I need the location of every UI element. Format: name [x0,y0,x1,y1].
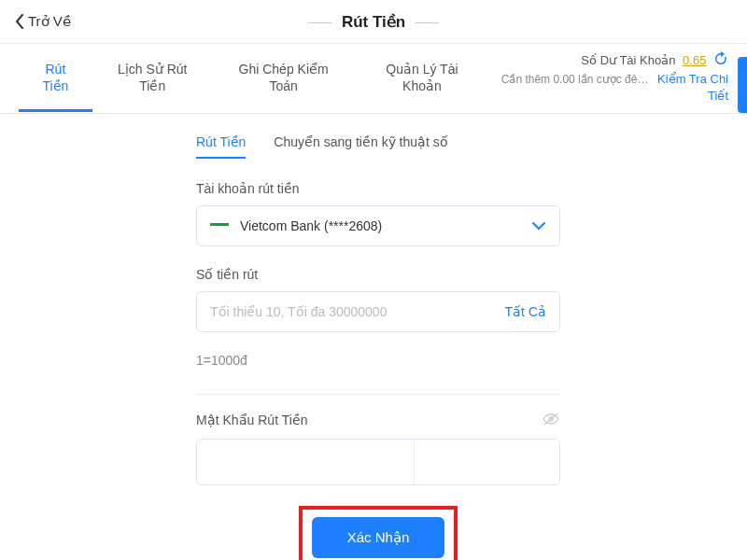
balance-value[interactable]: 0.65 [683,53,706,67]
account-group: Tài khoản rút tiền Vietcom Bank (****260… [196,181,560,246]
bank-icon [210,219,231,232]
amount-input-box: Tất Cả [196,291,560,332]
amount-input[interactable] [210,304,496,319]
side-badge[interactable] [738,57,747,113]
divider [196,394,560,395]
submit-wrap: Xác Nhận [196,506,560,560]
chevron-down-icon [531,218,546,233]
main-tabs: Rút Tiền Lịch Sử Rút Tiền Ghi Chép Kiểm … [0,44,747,114]
amount-group: Số tiền rút Tất Cả [196,267,560,332]
balance-label: Số Dư Tài Khoản [581,53,675,67]
confirm-button[interactable]: Xác Nhận [312,517,445,558]
rate-note: 1=1000đ [196,353,560,368]
back-button[interactable]: Trở Về [15,13,71,30]
account-select[interactable]: Vietcom Bank (****2608) [196,205,560,246]
tab-withdraw[interactable]: Rút Tiền [19,44,92,112]
account-value: Vietcom Bank (****2608) [240,218,531,233]
password-group: Mật Khẩu Rút Tiền [196,412,560,485]
content: Rút Tiền Chuyển sang tiền kỹ thuật số Tà… [0,127,747,560]
eye-off-icon[interactable] [542,412,560,429]
sub-tabs: Rút Tiền Chuyển sang tiền kỹ thuật số [196,127,560,159]
amount-label: Số tiền rút [196,267,560,282]
tab-audit[interactable]: Ghi Chép Kiểm Toán [213,44,355,112]
account-label: Tài khoản rút tiền [196,181,560,196]
tab-history[interactable]: Lịch Sử Rút Tiền [92,44,213,112]
page-title: Rút Tiền [299,12,448,32]
pin-boxes [196,439,560,485]
back-label: Trở Về [28,13,71,30]
password-label: Mật Khẩu Rút Tiền [196,413,308,427]
tab-account-mgmt[interactable]: Quản Lý Tài Khoản [355,44,490,112]
chevron-left-icon [15,14,24,29]
page-header: Trở Về Rút Tiền [0,0,747,44]
subtab-withdraw[interactable]: Rút Tiền [196,127,246,159]
subtab-crypto[interactable]: Chuyển sang tiền kỹ thuật số [274,127,447,159]
balance-note: Cần thêm 0.00 lần cược đê… [501,73,649,86]
all-button[interactable]: Tất Cả [505,304,546,319]
submit-highlight: Xác Nhận [299,506,458,560]
balance-area: Số Dư Tài Khoản 0.65 Cần thêm 0.00 lần c… [489,44,728,113]
refresh-icon[interactable] [713,51,728,71]
balance-detail-link[interactable]: Kiểm Tra Chi Tiết [657,72,728,103]
pin-box-1[interactable] [197,440,415,484]
pin-box-2[interactable] [415,440,560,484]
